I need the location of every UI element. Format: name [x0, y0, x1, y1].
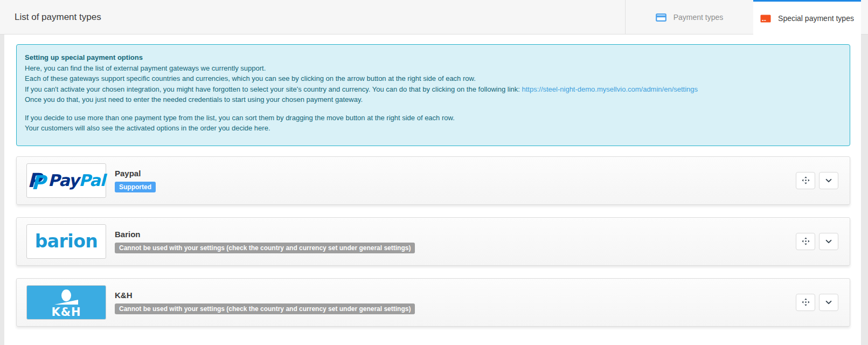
move-icon: [802, 298, 810, 306]
row-actions: [796, 233, 838, 250]
paypal-logo-art: PP PayPal: [27, 169, 105, 192]
expand-button[interactable]: [819, 294, 838, 311]
expand-button[interactable]: [819, 233, 838, 250]
info-line: If you decide to use more than one payme…: [25, 113, 841, 123]
move-button[interactable]: [796, 172, 815, 189]
info-line: Once you do that, you just need to enter…: [25, 94, 841, 105]
move-button[interactable]: [796, 233, 815, 250]
barion-logo: barion: [26, 224, 106, 259]
payment-name: Barion: [115, 230, 415, 239]
barion-wordmark: barion: [35, 231, 98, 252]
payment-row-barion: barion Barion Cannot be used with your s…: [16, 217, 850, 266]
paypal-monogram: PP: [27, 169, 45, 192]
kh-wordmark: K&H: [51, 306, 81, 319]
tab-label: Payment types: [673, 13, 724, 22]
paypal-wordmark: PayPal: [48, 171, 105, 190]
info-line-text: If you can't activate your chosen integr…: [25, 85, 522, 93]
credit-card-orange-icon: [760, 15, 771, 23]
page: List of payment types Payment types Spec…: [0, 0, 868, 345]
kh-logo: K&H: [26, 285, 106, 320]
tab-special-payment-types[interactable]: Special payment types: [753, 0, 861, 35]
row-actions: [796, 172, 838, 189]
payment-name: K&H: [115, 291, 415, 300]
status-badge: Supported: [115, 182, 156, 192]
chevron-down-icon: [825, 177, 832, 184]
page-title: List of payment types: [15, 12, 101, 23]
paypal-logo: PP PayPal: [26, 163, 106, 198]
info-line: If you can't activate your chosen integr…: [25, 84, 841, 95]
move-button[interactable]: [796, 294, 815, 311]
chevron-down-icon: [825, 238, 832, 245]
info-line: Each of these gateways support specific …: [25, 73, 841, 84]
tab-label: Special payment types: [778, 14, 854, 23]
payment-row-kh: K&H K&H Cannot be used with your setting…: [16, 278, 850, 327]
row-info: Barion Cannot be used with your settings…: [115, 230, 415, 253]
tab-group: Payment types Special payment types: [625, 0, 861, 35]
payment-row-paypal: PP PayPal Paypal Supported: [16, 156, 850, 205]
header-bar: List of payment types Payment types Spec…: [0, 0, 868, 34]
row-info: Paypal Supported: [115, 169, 156, 192]
settings-link[interactable]: https://steel-night-demo.mysellvio.com/a…: [522, 85, 698, 93]
info-line: Here, you can find the list of external …: [25, 63, 841, 74]
expand-button[interactable]: [819, 172, 838, 189]
chevron-down-icon: [825, 299, 832, 306]
row-info: K&H Cannot be used with your settings (c…: [115, 291, 415, 314]
content-panel: Setting up special payment options Here,…: [4, 34, 861, 345]
payment-name: Paypal: [115, 169, 156, 178]
credit-card-blue-icon: [656, 13, 666, 22]
status-badge: Cannot be used with your settings (check…: [115, 243, 415, 253]
tab-payment-types[interactable]: Payment types: [625, 0, 753, 34]
status-badge: Cannot be used with your settings (check…: [115, 303, 415, 314]
info-box: Setting up special payment options Here,…: [16, 44, 850, 146]
info-line: Your customers will also see the activat…: [25, 123, 841, 134]
info-box-title: Setting up special payment options: [25, 52, 841, 63]
move-icon: [802, 237, 810, 245]
row-actions: [796, 294, 838, 311]
move-icon: [802, 176, 810, 184]
kh-person-icon: [49, 289, 84, 307]
